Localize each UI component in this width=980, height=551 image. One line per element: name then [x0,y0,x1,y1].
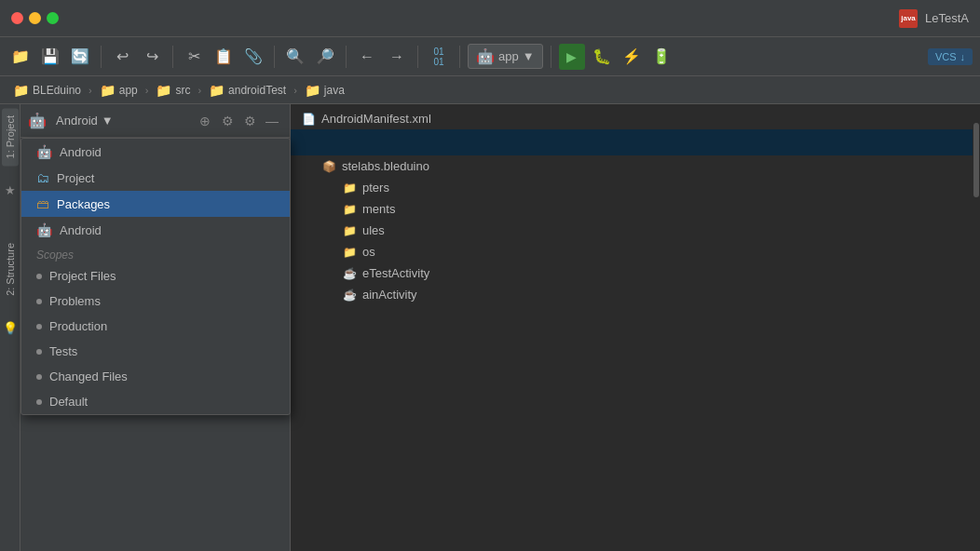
tree-item-ules[interactable]: 📁 ules [291,220,980,241]
sidebar-item-structure[interactable]: 2: Structure [2,235,19,303]
breadcrumb-app[interactable]: 📁 app [94,81,143,100]
paste-button[interactable]: 📎 [240,44,266,70]
battery-button[interactable]: 🔋 [648,44,674,70]
view-dropdown-menu: 🤖 Android 🗂 Project 🗃 Packages 🤖 Android… [20,138,291,415]
folder-icon-2: 📁 [100,83,116,98]
save-button[interactable]: 💾 [37,44,63,70]
breadcrumb-bleduino[interactable]: 📁 BLEduino [7,81,87,100]
breadcrumb-bleduino-label: BLEduino [33,84,81,97]
profile-button[interactable]: ⚡ [619,44,645,70]
folder-icon-ules: 📁 [343,224,357,237]
menu-item-problems[interactable]: Problems [21,289,290,314]
content-area: 📄 AndroidManifest.xml 📦 stelabs.bleduino… [291,104,980,551]
add-icon[interactable]: ⊕ [195,111,215,131]
tree-item-selected[interactable] [291,129,980,155]
panel-title-arrow: ▼ [102,114,114,128]
settings-icon[interactable]: ⚙ [217,111,238,131]
git-diff-button[interactable]: 0101 [426,44,452,70]
favorites-icon[interactable]: ★ [2,181,19,200]
menu-item-android-1-label: Android [60,145,102,159]
menu-item-project[interactable]: 🗂 Project [21,165,290,191]
toolbar-separator-4 [346,46,347,68]
inspect-button[interactable]: 🔎 [312,44,338,70]
menu-item-changed-files[interactable]: Changed Files [21,364,290,389]
tree-item-os-label: os [362,245,375,259]
tree-item-ments[interactable]: 📁 ments [291,198,980,220]
app-selector[interactable]: 🤖 app ▼ [468,44,543,69]
tree-item-bleduino-pkg[interactable]: 📦 stelabs.bleduino [291,155,980,177]
panel-title-dropdown[interactable]: Android ▼ [50,111,191,130]
main-layout: 1: Project ★ 2: Structure 💡 🤖 Android ▼ … [0,104,980,551]
collapse-icon[interactable]: — [262,111,282,131]
vcs-button[interactable]: VCS ↓ [928,48,973,65]
tree-item-manifest[interactable]: 📄 AndroidManifest.xml [291,108,980,129]
bullet-icon-3 [36,324,42,329]
redo-button[interactable]: ↪ [139,44,165,70]
bullet-icon-2 [36,299,42,304]
traffic-lights [11,12,59,24]
java-file-icon-2: ☕ [343,289,357,302]
search-button[interactable]: 🔍 [282,44,308,70]
menu-item-changed-files-label: Changed Files [49,370,128,383]
tree-item-mainactivity[interactable]: ☕ ainActivity [291,284,980,305]
bullet-icon-4 [36,349,42,355]
toolbar-separator-1 [101,46,102,68]
scrollbar-track[interactable] [973,104,980,551]
run-button[interactable]: ▶ [559,44,585,70]
folder-icon-5: 📁 [305,83,320,98]
menu-item-android-1[interactable]: 🤖 Android [21,139,290,165]
menu-item-problems-label: Problems [49,294,101,308]
toolbar-separator-2 [172,46,173,68]
bulb-icon[interactable]: 💡 [0,318,20,338]
copy-button[interactable]: 📋 [211,44,237,70]
sync-button[interactable]: 🔄 [67,44,93,70]
menu-item-packages-label: Packages [57,197,110,211]
tree-item-os[interactable]: 📁 os [291,241,980,262]
toolbar: 📁 💾 🔄 ↩ ↪ ✂ 📋 📎 🔍 🔎 ← → 0101 🤖 app ▼ ▶ 🐛… [0,37,980,76]
breadcrumb-src[interactable]: 📁 src [150,81,196,100]
tree-item-pters-label: pters [362,181,389,195]
breadcrumb-src-label: src [175,84,190,97]
menu-item-default[interactable]: Default [21,389,290,414]
tree-item-pters[interactable]: 📁 pters [291,177,980,198]
menu-item-tests[interactable]: Tests [21,339,290,364]
sidebar-item-project[interactable]: 1: Project [2,108,19,166]
package-icon: 📦 [322,160,336,173]
nav-back-button[interactable]: ← [354,44,380,70]
project-panel: 🤖 Android ▼ ⊕ ⚙ ⚙ — 🤖 Android 🗂 Projec [20,104,291,551]
gear-icon[interactable]: ⚙ [239,111,260,131]
java-file-icon: ☕ [343,267,357,280]
close-button[interactable] [11,12,23,24]
android-menu-icon-1: 🤖 [36,144,52,159]
menu-item-project-files[interactable]: Project Files [21,263,290,289]
cut-button[interactable]: ✂ [181,44,207,70]
breadcrumb-java[interactable]: 📁 java [299,81,350,100]
scrollbar-thumb[interactable] [973,123,979,197]
android-menu-icon-2: 🤖 [36,222,52,237]
debug-button[interactable]: 🐛 [589,44,615,70]
nav-forward-button[interactable]: → [384,44,410,70]
breadcrumb-arrow-3: › [197,85,201,96]
bullet-icon-6 [36,399,42,405]
tree-item-ments-label: ments [362,202,395,216]
breadcrumb-androidtest[interactable]: 📁 androidTest [203,81,292,100]
open-folder-button[interactable]: 📁 [7,44,34,70]
manifest-icon: 📄 [302,113,316,126]
minimize-button[interactable] [29,12,41,24]
menu-item-packages[interactable]: 🗃 Packages [21,191,290,217]
tree-item-testactivity[interactable]: ☕ eTestActivity [291,262,980,284]
menu-item-android-2-label: Android [60,223,102,237]
maximize-button[interactable] [47,12,59,24]
title-area: java LeTestA [899,9,969,28]
panel-header: 🤖 Android ▼ ⊕ ⚙ ⚙ — [20,104,290,138]
menu-item-project-files-label: Project Files [49,269,116,283]
menu-item-android-2[interactable]: 🤖 Android [21,217,290,243]
folder-icon-4: 📁 [209,83,225,98]
android-icon: 🤖 [28,112,47,129]
breadcrumb-app-label: app [119,84,138,97]
breadcrumb-java-label: java [324,84,345,97]
menu-item-production[interactable]: Production [21,314,290,339]
undo-button[interactable]: ↩ [109,44,135,70]
tree-item-testactivity-label: eTestActivity [362,266,429,280]
bullet-icon-5 [36,374,42,380]
